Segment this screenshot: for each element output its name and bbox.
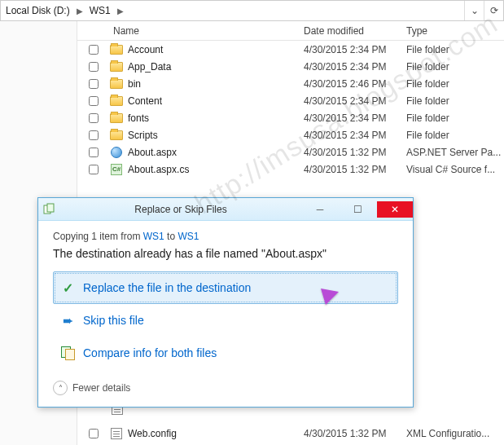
file-name: Account xyxy=(128,44,163,55)
file-date: 4/30/2015 1:32 PM xyxy=(304,147,406,158)
col-date[interactable]: Date modified xyxy=(304,25,406,37)
chevron-up-icon: ˄ xyxy=(53,381,68,395)
table-row[interactable]: App_Data4/30/2015 2:34 PMFile folder xyxy=(77,58,504,75)
replace-skip-dialog: Replace or Skip Files ─ ☐ ✕ Copying 1 it… xyxy=(37,197,414,408)
table-row[interactable]: C#About.aspx.cs4/30/2015 1:32 PMVisual C… xyxy=(77,161,504,178)
refresh-button[interactable]: ⟳ xyxy=(484,1,503,20)
file-name: fonts xyxy=(128,112,149,124)
file-date: 4/30/2015 2:34 PM xyxy=(304,95,406,107)
minimize-button[interactable]: ─ xyxy=(302,201,338,218)
table-row[interactable]: fonts4/30/2015 2:34 PMFile folder xyxy=(77,109,504,126)
option-skip[interactable]: ➨ Skip this file xyxy=(53,304,398,337)
dest-link[interactable]: WS1 xyxy=(177,231,199,242)
csharp-icon: C# xyxy=(111,164,122,175)
file-type: File folder xyxy=(406,61,504,73)
row-checkbox[interactable] xyxy=(89,148,99,157)
file-date: 4/30/2015 2:34 PM xyxy=(304,61,406,73)
file-date: 4/30/2015 2:46 PM xyxy=(304,78,406,90)
chevron-right-icon: ▶ xyxy=(75,7,85,15)
option-label: Replace the file in the destination xyxy=(83,281,251,294)
table-row[interactable]: Scripts4/30/2015 2:34 PMFile folder xyxy=(77,126,504,143)
folder-icon xyxy=(110,113,123,123)
copy-status: Copying 1 item from WS1 to WS1 xyxy=(53,231,398,242)
table-row[interactable]: bin4/30/2015 2:46 PMFile folder xyxy=(77,75,504,92)
globe-icon xyxy=(111,147,122,158)
row-checkbox[interactable] xyxy=(89,130,99,140)
checkmark-icon: ✓ xyxy=(60,280,75,295)
fewer-details-toggle[interactable]: ˄ Fewer details xyxy=(53,381,398,395)
file-date: 4/30/2015 2:34 PM xyxy=(304,112,406,124)
file-name: Web.config xyxy=(128,428,177,439)
file-name: App_Data xyxy=(128,61,171,73)
folder-icon xyxy=(110,62,123,72)
skip-arrow-icon: ➨ xyxy=(60,313,75,328)
file-name: Scripts xyxy=(128,130,158,141)
folder-icon xyxy=(110,79,123,89)
file-type: File folder xyxy=(406,130,504,141)
dialog-message: The destination already has a file named… xyxy=(53,247,398,260)
row-checkbox[interactable] xyxy=(89,79,99,89)
col-name[interactable]: Name xyxy=(110,25,304,37)
file-type: File folder xyxy=(406,44,504,55)
row-checkbox[interactable] xyxy=(89,165,99,174)
folder-icon xyxy=(110,45,123,55)
column-headers[interactable]: Name Date modified Type xyxy=(77,21,504,41)
file-type: ASP.NET Server Pa... xyxy=(406,147,504,158)
option-label: Compare info for both files xyxy=(83,346,217,359)
option-label: Skip this file xyxy=(83,314,144,327)
file-type: File folder xyxy=(406,112,504,124)
address-bar[interactable]: Local Disk (D:) ▶ WS1 ▶ ⌄ ⟳ xyxy=(0,0,504,21)
file-name: Content xyxy=(128,95,162,107)
dialog-title: Replace or Skip Files xyxy=(61,204,300,215)
table-row[interactable]: Web.config 4/30/2015 1:32 PM XML Configu… xyxy=(77,425,504,442)
file-type: XML Configuratio... xyxy=(406,428,504,439)
file-date: 4/30/2015 1:32 PM xyxy=(304,428,406,439)
option-compare[interactable]: Compare info for both files xyxy=(53,337,398,369)
file-type: File folder xyxy=(406,95,504,107)
table-row[interactable]: About.aspx4/30/2015 1:32 PMASP.NET Serve… xyxy=(77,143,504,161)
option-replace[interactable]: ✓ Replace the file in the destination xyxy=(53,271,398,304)
breadcrumb-disk[interactable]: Local Disk (D:) xyxy=(1,1,75,20)
row-checkbox[interactable] xyxy=(89,96,99,106)
row-checkbox[interactable] xyxy=(89,429,99,438)
file-name: bin xyxy=(128,78,141,90)
file-type: Visual C# Source f... xyxy=(406,164,504,175)
config-icon xyxy=(111,428,122,439)
dialog-titlebar[interactable]: Replace or Skip Files ─ ☐ ✕ xyxy=(38,198,413,221)
chevron-right-icon: ▶ xyxy=(116,7,125,15)
file-type: File folder xyxy=(406,78,504,90)
file-date: 4/30/2015 2:34 PM xyxy=(304,44,406,55)
compare-icon xyxy=(60,346,75,360)
col-type[interactable]: Type xyxy=(406,25,504,37)
row-checkbox[interactable] xyxy=(89,62,99,72)
file-name: About.aspx.cs xyxy=(128,164,189,175)
close-button[interactable]: ✕ xyxy=(377,201,413,218)
table-row[interactable]: Account4/30/2015 2:34 PMFile folder xyxy=(77,41,504,58)
maximize-button[interactable]: ☐ xyxy=(340,201,375,218)
file-date: 4/30/2015 2:34 PM xyxy=(304,130,406,141)
file-name: About.aspx xyxy=(128,147,177,158)
copy-icon xyxy=(43,203,56,216)
row-checkbox[interactable] xyxy=(89,113,99,123)
folder-icon xyxy=(110,130,123,140)
history-dropdown[interactable]: ⌄ xyxy=(464,1,484,20)
table-row[interactable]: Content4/30/2015 2:34 PMFile folder xyxy=(77,92,504,109)
row-checkbox[interactable] xyxy=(89,45,99,55)
breadcrumb-folder[interactable]: WS1 xyxy=(85,1,116,20)
folder-icon xyxy=(110,96,123,106)
source-link[interactable]: WS1 xyxy=(143,231,164,242)
svg-rect-1 xyxy=(47,204,54,212)
file-date: 4/30/2015 1:32 PM xyxy=(304,164,406,175)
